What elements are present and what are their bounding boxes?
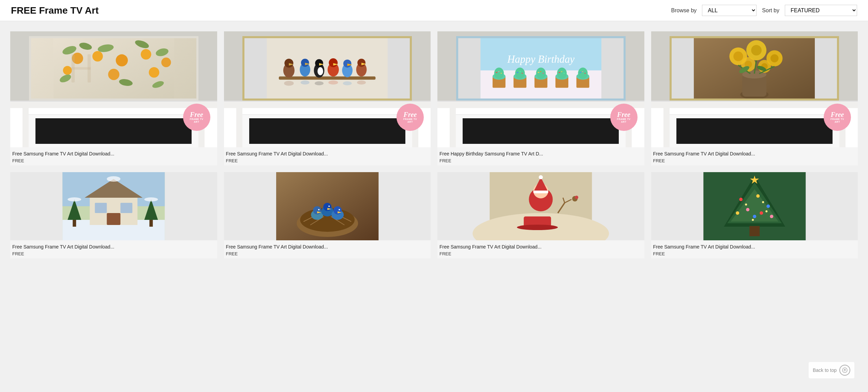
list-item[interactable]: Free Samsung Frame TV Art Digital Downlo… bbox=[437, 172, 644, 258]
svg-rect-106 bbox=[95, 203, 107, 213]
svg-point-34 bbox=[329, 58, 338, 67]
svg-rect-61 bbox=[522, 73, 523, 74]
artwork-frame bbox=[29, 36, 198, 101]
svg-point-37 bbox=[343, 60, 351, 68]
free-badge: Free FRAME TVART bbox=[183, 104, 210, 131]
sort-by-select[interactable]: FEATURED PRICE: LOW TO HIGH PRICE: HIGH … bbox=[785, 5, 857, 16]
product-title: Free Samsung Frame TV Art Digital Downlo… bbox=[226, 151, 429, 157]
svg-point-161 bbox=[770, 215, 773, 218]
product-title: Free Samsung Frame TV Art Digital Downlo… bbox=[653, 244, 856, 250]
svg-point-43 bbox=[301, 80, 310, 85]
product-info: Free Samsung Frame TV Art Digital Downlo… bbox=[437, 240, 644, 258]
svg-rect-108 bbox=[107, 213, 120, 225]
product-title: Free Happy Birthday Samsung Frame TV Art… bbox=[439, 151, 642, 157]
artwork-frame bbox=[242, 36, 412, 101]
badge-sub-text: FRAME TVART bbox=[830, 118, 844, 124]
header-controls: Browse by ALL Seasonal Floral Abstract A… bbox=[671, 5, 857, 16]
list-item[interactable]: Free Samsung Frame TV Art Digital Downlo… bbox=[224, 172, 431, 258]
svg-point-10 bbox=[140, 49, 151, 60]
svg-point-77 bbox=[578, 67, 587, 79]
svg-point-131 bbox=[328, 206, 330, 207]
svg-point-155 bbox=[739, 198, 743, 201]
svg-point-113 bbox=[107, 176, 120, 182]
product-info: Free Samsung Frame TV Art Digital Downlo… bbox=[224, 147, 431, 165]
fireplace-scene bbox=[651, 31, 858, 147]
product-info: Free Samsung Frame TV Art Digital Downlo… bbox=[10, 240, 217, 258]
svg-point-115 bbox=[144, 197, 158, 201]
svg-point-11 bbox=[161, 58, 171, 67]
svg-point-9 bbox=[116, 54, 128, 66]
product-image-wrapper: Free FRAME TVART bbox=[651, 31, 858, 147]
svg-point-24 bbox=[284, 59, 293, 67]
badge-free-text: Free bbox=[831, 111, 844, 118]
svg-point-71 bbox=[557, 67, 567, 79]
svg-rect-55 bbox=[500, 73, 502, 74]
svg-point-59 bbox=[515, 67, 525, 79]
browse-by-select[interactable]: ALL Seasonal Floral Abstract Animals Vin… bbox=[702, 5, 757, 16]
svg-rect-72 bbox=[558, 72, 560, 73]
svg-point-162 bbox=[753, 215, 756, 218]
svg-point-53 bbox=[494, 67, 504, 79]
svg-rect-111 bbox=[73, 220, 76, 227]
svg-point-13 bbox=[108, 69, 119, 80]
svg-point-45 bbox=[328, 80, 338, 85]
artwork-frame bbox=[670, 36, 839, 101]
product-image-wrapper bbox=[224, 172, 431, 240]
product-price: FREE bbox=[12, 251, 215, 256]
svg-text:Happy Birthday: Happy Birthday bbox=[507, 54, 574, 65]
svg-point-47 bbox=[357, 80, 366, 85]
product-info: Free Samsung Frame TV Art Digital Downlo… bbox=[10, 147, 217, 165]
product-price: FREE bbox=[439, 158, 642, 163]
svg-point-157 bbox=[766, 205, 770, 208]
list-item[interactable]: Free Samsung Frame TV Art Digital Downlo… bbox=[10, 172, 217, 258]
svg-point-114 bbox=[68, 197, 81, 201]
svg-rect-80 bbox=[582, 71, 583, 72]
product-image-wrapper: Free FRAME TVART bbox=[224, 31, 431, 147]
product-title: Free Samsung Frame TV Art Digital Downlo… bbox=[439, 244, 642, 250]
svg-rect-54 bbox=[496, 72, 497, 73]
svg-point-14 bbox=[149, 67, 159, 78]
svg-rect-154 bbox=[749, 226, 760, 236]
svg-point-132 bbox=[339, 209, 340, 210]
svg-point-65 bbox=[536, 67, 545, 79]
page-header: FREE Frame TV Art Browse by ALL Seasonal… bbox=[0, 0, 868, 21]
back-to-top-label: Back to top bbox=[813, 367, 837, 373]
badge-sub-text: FRAME TVART bbox=[190, 118, 204, 124]
svg-rect-22 bbox=[279, 76, 376, 79]
svg-point-91 bbox=[770, 54, 779, 62]
svg-point-165 bbox=[762, 201, 764, 203]
back-to-top-button[interactable]: Back to top bbox=[809, 362, 854, 378]
svg-rect-20 bbox=[71, 67, 91, 70]
list-item[interactable]: Free FRAME TVART Free Samsung Frame TV A… bbox=[10, 31, 217, 165]
badge-free-text: Free bbox=[404, 111, 417, 118]
main-content: Free FRAME TVART Free Samsung Frame TV A… bbox=[0, 21, 868, 265]
list-item[interactable]: Free Samsung Frame TV Art Digital Downlo… bbox=[651, 172, 858, 258]
fireplace-scene bbox=[10, 31, 217, 147]
svg-point-156 bbox=[756, 194, 760, 198]
badge-free-text: Free bbox=[190, 111, 203, 118]
svg-point-142 bbox=[539, 175, 543, 179]
svg-rect-67 bbox=[542, 73, 544, 74]
list-item[interactable]: Free FRAME TVART Free Samsung Frame TV A… bbox=[224, 31, 431, 165]
product-title: Free Samsung Frame TV Art Digital Downlo… bbox=[12, 244, 215, 250]
svg-rect-60 bbox=[517, 72, 518, 73]
svg-point-46 bbox=[343, 81, 352, 85]
svg-point-8 bbox=[92, 51, 103, 62]
list-item[interactable]: Free FRAME TVART Free Samsung Frame TV A… bbox=[651, 31, 858, 165]
svg-point-158 bbox=[746, 208, 749, 211]
product-info: Free Happy Birthday Samsung Frame TV Art… bbox=[437, 147, 644, 165]
badge-sub-text: FRAME TVART bbox=[617, 118, 631, 124]
product-title: Free Samsung Frame TV Art Digital Downlo… bbox=[12, 151, 215, 157]
product-image-wrapper: Free FRAME TVART bbox=[10, 31, 217, 147]
svg-rect-141 bbox=[533, 191, 548, 193]
product-image-wrapper: Happy Birthday bbox=[437, 31, 644, 147]
product-price: FREE bbox=[439, 251, 642, 256]
product-info: Free Samsung Frame TV Art Digital Downlo… bbox=[224, 240, 431, 258]
list-item[interactable]: Happy Birthday bbox=[437, 31, 644, 165]
svg-rect-56 bbox=[498, 71, 499, 72]
svg-point-164 bbox=[745, 203, 747, 206]
svg-rect-62 bbox=[520, 71, 521, 72]
svg-point-149 bbox=[517, 225, 558, 230]
svg-point-42 bbox=[284, 81, 294, 86]
svg-point-167 bbox=[765, 210, 767, 212]
